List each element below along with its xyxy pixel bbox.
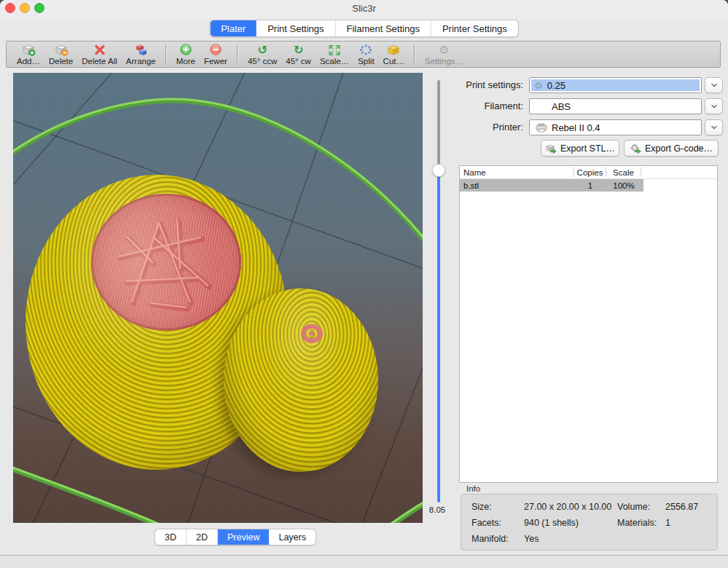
export-stl-icon xyxy=(545,143,557,154)
print-settings-value: 0.25 xyxy=(547,80,565,91)
split-label: Split xyxy=(358,57,374,66)
print-settings-label: Print settings: xyxy=(437,79,523,90)
delete-all-label: Delete All xyxy=(82,57,117,66)
printer-label: Printer: xyxy=(437,122,523,133)
printer-dropdown-button[interactable] xyxy=(705,119,723,135)
cell-scale: 100% xyxy=(606,179,641,192)
materials-value: 1 xyxy=(665,518,670,528)
layer-height-value: 8.05 xyxy=(424,505,450,514)
infill-dot xyxy=(310,331,315,336)
chevron-down-icon xyxy=(710,82,719,89)
tab-printer-settings[interactable]: Printer Settings xyxy=(431,20,518,36)
print-settings-dropdown-button[interactable] xyxy=(705,77,723,93)
fewer-icon xyxy=(209,43,222,56)
delete-all-button[interactable]: Delete All xyxy=(77,43,122,67)
view-mode-tabs: 3D 2D Preview Layers xyxy=(154,529,316,545)
view-tab-2d[interactable]: 2D xyxy=(187,529,218,545)
tab-print-settings[interactable]: Print Settings xyxy=(257,20,335,36)
scale-icon xyxy=(328,44,341,56)
materials-label: Materials: xyxy=(617,518,665,528)
gear-icon: ⚙ xyxy=(534,81,543,90)
settings-button[interactable]: ⚙ Settings… xyxy=(420,43,468,67)
more-button[interactable]: More xyxy=(172,43,200,67)
cut-label: Cut… xyxy=(383,57,404,66)
rotate-ccw-icon: ↺ xyxy=(257,44,267,56)
rotate-cw-button[interactable]: ↻ 45° cw xyxy=(281,43,316,67)
object-list[interactable]: Name Copies Scale b.stl 1 100% xyxy=(459,165,718,483)
manifold-label: Manifold: xyxy=(471,534,524,544)
tab-plater[interactable]: Plater xyxy=(210,20,257,36)
filament-combo[interactable]: ABS xyxy=(529,98,702,114)
printer-combo[interactable]: Rebel II 0.4 xyxy=(529,119,702,135)
rotate-ccw-button[interactable]: ↺ 45° ccw xyxy=(243,43,281,67)
scale-button[interactable]: Scale… xyxy=(316,43,353,67)
info-box: Size: 27.00 x 20.00 x 10.00 Volume: 2556… xyxy=(461,494,718,551)
main-tab-bar: Plater Print Settings Filament Settings … xyxy=(209,20,519,37)
cell-name: b.stl xyxy=(460,179,574,192)
view-tab-3d[interactable]: 3D xyxy=(155,529,187,545)
filament-dropdown-button[interactable] xyxy=(705,98,723,114)
volume-value: 2556.87 xyxy=(665,502,698,512)
app-window: Slic3r Plater Print Settings Filament Se… xyxy=(0,0,728,568)
size-value: 27.00 x 20.00 x 10.00 xyxy=(524,502,617,512)
cut-icon xyxy=(386,44,401,56)
facets-value: 940 (1 shells) xyxy=(524,518,617,528)
manifold-value: Yes xyxy=(524,534,617,544)
arrange-label: Arrange xyxy=(126,57,156,66)
fewer-button[interactable]: Fewer xyxy=(200,43,232,67)
small-dome-shading xyxy=(224,288,378,472)
chevron-down-icon xyxy=(710,124,719,131)
toolbar-separator xyxy=(414,44,415,65)
column-header-name[interactable]: Name xyxy=(460,167,574,177)
print-settings-combo[interactable]: ⚙ 0.25 xyxy=(529,77,702,93)
delete-box-icon xyxy=(54,44,69,56)
split-icon xyxy=(359,44,372,56)
export-gcode-label: Export G-code… xyxy=(645,143,713,154)
table-row[interactable]: b.stl 1 100% xyxy=(460,179,717,192)
rotate-ccw-label: 45° ccw xyxy=(248,57,277,66)
rotate-cw-icon: ↻ xyxy=(294,44,303,56)
layer-slider-track[interactable] xyxy=(437,80,440,502)
arrange-button[interactable]: Arrange xyxy=(122,43,160,67)
layer-slider-thumb[interactable] xyxy=(432,164,445,177)
export-stl-button[interactable]: Export STL… xyxy=(541,140,619,157)
status-bar xyxy=(0,556,728,568)
chevron-down-icon xyxy=(710,103,719,110)
add-label: Add… xyxy=(17,57,40,66)
object-list-header: Name Copies Scale xyxy=(460,166,717,179)
title-bar[interactable]: Slic3r xyxy=(0,0,728,20)
delete-button[interactable]: Delete xyxy=(44,43,77,67)
printer-value: Rebel II 0.4 xyxy=(552,122,600,133)
cell-copies: 1 xyxy=(574,179,606,192)
add-box-icon xyxy=(21,44,36,56)
delete-all-icon xyxy=(93,44,106,56)
small-dome-infill-ring xyxy=(301,324,323,343)
facets-label: Facets: xyxy=(471,518,524,528)
more-label: More xyxy=(176,57,195,66)
view-tab-layers[interactable]: Layers xyxy=(269,529,316,545)
volume-label: Volume: xyxy=(617,502,665,512)
filament-value: ABS xyxy=(552,101,571,112)
tab-filament-settings[interactable]: Filament Settings xyxy=(335,20,431,36)
window-title: Slic3r xyxy=(0,3,728,14)
printer-icon xyxy=(536,123,547,133)
delete-label: Delete xyxy=(49,57,73,66)
toolbar: Add… Delete Delete All Arrange More xyxy=(6,41,721,68)
export-gcode-icon xyxy=(630,143,641,154)
export-stl-label: Export STL… xyxy=(560,143,615,154)
preview-3d-canvas[interactable] xyxy=(13,73,423,523)
fewer-label: Fewer xyxy=(204,57,227,66)
column-header-copies[interactable]: Copies xyxy=(574,167,606,177)
toolbar-separator xyxy=(165,44,167,65)
split-button[interactable]: Split xyxy=(353,43,378,67)
column-header-scale[interactable]: Scale xyxy=(606,167,641,177)
view-tab-preview[interactable]: Preview xyxy=(218,529,269,545)
cut-button[interactable]: Cut… xyxy=(379,43,409,67)
print-settings-selection: ⚙ 0.25 xyxy=(531,79,700,91)
size-label: Size: xyxy=(471,502,524,512)
export-gcode-button[interactable]: Export G-code… xyxy=(624,140,719,157)
settings-gear-icon: ⚙ xyxy=(439,44,449,56)
info-section-title: Info xyxy=(466,484,480,493)
settings-label: Settings… xyxy=(425,57,463,66)
add-button[interactable]: Add… xyxy=(12,43,44,67)
